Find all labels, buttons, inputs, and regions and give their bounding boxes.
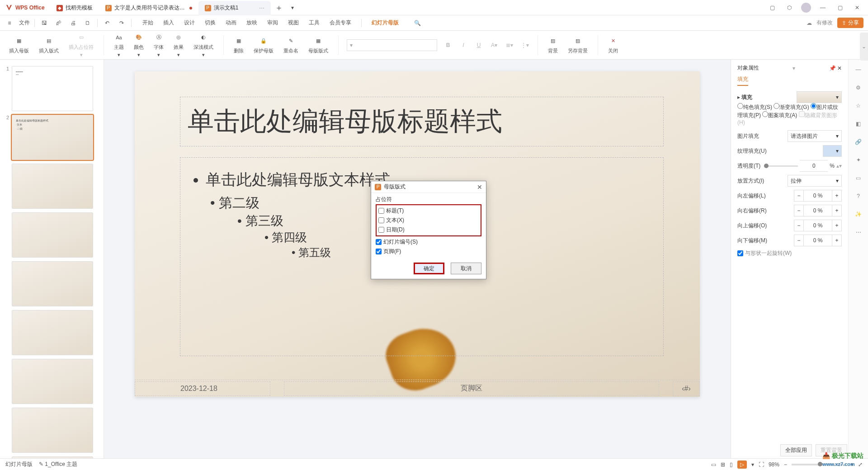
redo-icon[interactable]: ↷ [117,18,127,28]
tab-animation[interactable]: 动画 [226,19,236,27]
doc-tab-text[interactable]: P 文字是人类用符号记录表达信息以… [99,1,198,15]
hamburger-icon[interactable]: ≡ [5,18,14,28]
numbering-button[interactable]: ⋮▾ [520,41,529,50]
font-dropdown[interactable]: ▾ [347,39,437,51]
ai-icon[interactable]: ✨ [853,209,864,220]
insert-placeholder-button[interactable]: ▭插入占位符▾ [67,33,95,58]
title-placeholder[interactable]: 单击此处编辑母版标题样式 [180,97,664,146]
tab-slidemaster[interactable]: 幻灯片母版 [372,19,399,27]
link-icon[interactable]: 🔗 [853,136,864,147]
theme-button[interactable]: Aa主题▾ [112,33,126,58]
tab-menu-button[interactable]: ▾ [287,2,298,13]
thumb-layout-selected[interactable]: 2 单击此处编辑母版标题样式·文本 ·二级 [0,113,104,162]
tab-start[interactable]: 开始 [142,19,153,27]
fill-pattern[interactable]: 图案填充(A) [762,112,797,118]
thumb-layout[interactable] [0,308,104,357]
darkmode-button[interactable]: ◐深浅模式▾ [192,33,215,58]
chk-slideno[interactable]: 幻灯片编号(S) [376,237,481,247]
status-theme[interactable]: ✎ 1_Office 主题 [39,461,77,468]
underline-button[interactable]: U [474,41,483,50]
bold-button[interactable]: B [443,41,453,50]
search-icon[interactable]: 🔍 [414,20,421,26]
share-button[interactable]: ⇪分享 [837,18,863,28]
chk-text[interactable]: 文本(X) [378,216,479,225]
panel-tab-fill[interactable]: 填充 [737,75,748,86]
tile-select[interactable]: 拉伸▾ [788,175,842,187]
preview-icon[interactable]: 🗋 [83,18,93,28]
wand-icon[interactable]: ✦ [853,155,864,165]
layers-icon[interactable]: ◧ [853,118,864,129]
thumb-layout[interactable] [0,162,104,211]
fill-gradient[interactable]: 渐变填充(G) [774,104,809,110]
close-master-button[interactable]: ✕关闭 [606,36,620,54]
thumb-layout[interactable] [0,211,104,259]
fill-solid[interactable]: 纯色填充(S) [737,104,772,110]
thumbnail-pane[interactable]: 1 ━━━━▫▫▫ 2 单击此处编辑母版标题样式·文本 ·二级 [0,60,104,458]
rename-button[interactable]: ✎重命名 [282,36,300,54]
thumb-image[interactable] [12,261,93,306]
slideshow-icon[interactable]: ▷ [737,461,747,469]
zoom-out-button[interactable]: − [784,461,787,468]
thumb-image[interactable] [12,456,93,458]
insert-layout-button[interactable]: ▤插入版式 [37,36,61,54]
avatar[interactable] [801,3,811,13]
tab-member[interactable]: 会员专享 [330,19,351,27]
insert-master-button[interactable]: ▦插入母版 [7,36,31,54]
picfill-select[interactable]: 请选择图片▾ [788,130,842,142]
changes-label[interactable]: 有修改 [816,19,833,27]
master-layout-button[interactable]: ▦母版版式 [307,36,330,54]
thumb-master[interactable]: 1 ━━━━▫▫▫ [0,64,104,113]
font-color-button[interactable]: A▾ [490,41,499,50]
italic-button[interactable]: I [459,41,468,50]
tab-transition[interactable]: 切换 [205,19,216,27]
apply-all-button[interactable]: 全部应用 [780,444,812,456]
thumb-image[interactable] [12,212,93,258]
protect-button[interactable]: 🔒保护母版 [252,36,275,54]
add-tab-button[interactable]: ＋ [274,2,284,13]
thumb-image[interactable]: 单击此处编辑母版标题样式·文本 ·二级 [12,115,93,160]
cloud-icon[interactable]: ☁ [807,20,812,26]
thumb-image[interactable]: ━━━━▫▫▫ [12,66,93,111]
close-button[interactable]: ✕ [852,2,863,13]
thumb-layout[interactable] [0,406,104,455]
thumb-image[interactable] [12,359,93,404]
adjust-icon[interactable]: ⚙ [853,82,864,93]
print-icon[interactable]: 🖨 [68,18,78,28]
doc-tab-presentation[interactable]: P 演示文稿1 ⋯ [198,1,271,15]
file-menu[interactable]: 文件 [19,19,30,27]
thumb-image[interactable] [12,408,93,453]
view-sorter-icon[interactable]: ⊞ [721,461,725,468]
reader-icon[interactable]: ▢ [767,2,778,13]
chk-footer[interactable]: 页脚(F) [376,247,481,256]
dialog-ok-button[interactable]: 确定 [414,263,444,274]
offt-stepper[interactable]: −0 %+ [794,220,842,231]
doc-tab-templates[interactable]: ◆ 找稻壳模板 [50,1,99,15]
save-icon[interactable]: 🖫 [39,18,49,28]
export-icon[interactable]: ⮳ [54,18,64,28]
tab-slideshow[interactable]: 放映 [246,19,257,27]
save-bg-button[interactable]: ▨另存背景 [566,36,590,54]
offl-stepper[interactable]: −0 %+ [794,190,842,202]
colors-button[interactable]: 🎨颜色▾ [132,33,146,58]
tab-review[interactable]: 审阅 [267,19,278,27]
bullets-button[interactable]: ≣▾ [505,41,514,50]
dialog-titlebar[interactable]: P 母版版式 ✕ [371,181,486,193]
background-button[interactable]: ▨背景 [546,36,560,54]
delete-button[interactable]: ▦删除 [232,36,245,54]
minimize-button[interactable]: — [817,2,828,13]
footer-placeholder[interactable]: 页脚区 [284,381,659,396]
thumb-layout[interactable] [0,259,104,308]
cube-icon[interactable]: ⬡ [784,2,795,13]
rotate-check[interactable]: 与形状一起旋转(W) [737,249,842,257]
tab-view[interactable]: 视图 [288,19,299,27]
fonts-button[interactable]: Ⓐ字体▾ [152,33,165,58]
pin-icon[interactable]: 📌 ✕ [829,65,842,71]
opacity-stepper[interactable]: 0 [800,160,828,172]
dialog-close-button[interactable]: ✕ [477,183,482,191]
date-placeholder[interactable]: 2023-12-18 [135,381,270,396]
zoom-value[interactable]: 98% [769,461,779,468]
sidebar-collapse-icon[interactable]: — [853,64,864,75]
tab-design[interactable]: 设计 [184,19,195,27]
star-icon[interactable]: ☆ [853,100,864,111]
collapse-ribbon-button[interactable]: ⌄ [860,33,868,61]
